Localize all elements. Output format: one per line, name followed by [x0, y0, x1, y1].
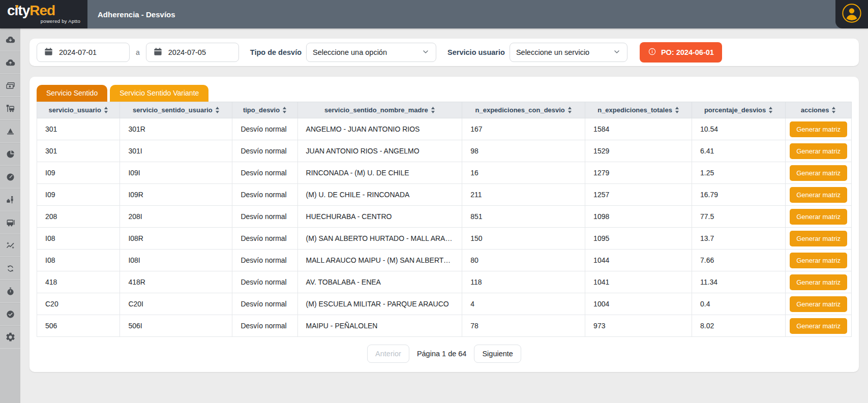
column-header-n_expediciones_totales[interactable]: n_expediciones_totales [585, 102, 692, 118]
chevron-down-icon [613, 48, 621, 57]
cell-tipo_desvio: Desvío normal [232, 293, 297, 315]
generar-matriz-button[interactable]: Generar matriz [790, 274, 847, 290]
tipo-desvio-select[interactable]: Seleccione una opción [306, 43, 436, 62]
date-to-input[interactable]: 2024-07-05 [146, 43, 239, 62]
sidebar-item-cone[interactable] [0, 120, 20, 143]
column-header-tipo_desvio[interactable]: tipo_desvio [232, 102, 297, 118]
date-from-input[interactable]: 2024-07-01 [37, 43, 130, 62]
tipo-desvio-selected-value: Seleccione una opción [313, 48, 387, 56]
cell-n_expediciones_totales: 1257 [585, 184, 692, 206]
column-header-porcentaje_desvios[interactable]: porcentaje_desvios [692, 102, 785, 118]
cell-servicio_sentido_usuario: I09I [120, 162, 232, 184]
column-label: servicio_usuario [49, 106, 101, 114]
cell-n_expediciones_totales: 1044 [585, 250, 692, 271]
logo-text: cityRed [7, 4, 80, 18]
cell-tipo_desvio: Desvío normal [232, 228, 297, 250]
cell-servicio_usuario: 506 [37, 315, 120, 337]
cell-servicio_sentido_usuario: I09R [120, 184, 232, 206]
sidebar-item-sparkline[interactable] [0, 234, 20, 257]
tab-servicio-sentido[interactable]: Servicio Sentido [37, 85, 107, 102]
cell-n_expediciones_totales: 1529 [585, 140, 692, 162]
cell-n_expediciones_con_desvio: 16 [462, 162, 585, 184]
date-from-value: 2024-07-01 [59, 48, 97, 56]
sidebar-item-gear[interactable] [0, 326, 20, 349]
sidebar-item-speedometer[interactable] [0, 166, 20, 189]
column-label: acciones [801, 106, 829, 114]
cell-n_expediciones_con_desvio: 150 [462, 228, 585, 250]
cell-porcentaje_desvios: 1.25 [692, 162, 785, 184]
cell-acciones: Generar matriz [786, 315, 852, 337]
sidebar-item-check-circle[interactable] [0, 303, 20, 326]
sidebar-item-sync[interactable] [0, 257, 20, 280]
cell-acciones: Generar matriz [786, 162, 852, 184]
cell-porcentaje_desvios: 16.79 [692, 184, 785, 206]
table-row: 301301IDesvío normalJUAN ANTONIO RIOS - … [37, 140, 852, 162]
cell-servicio_usuario: 301 [37, 118, 120, 140]
cell-acciones: Generar matriz [786, 250, 852, 271]
cell-n_expediciones_con_desvio: 211 [462, 184, 585, 206]
po-date-badge: PO: 2024-06-01 [640, 42, 722, 63]
cell-servicio_sentido_usuario: 208I [120, 206, 232, 228]
servicio-usuario-select[interactable]: Seleccione un servicio [510, 43, 627, 62]
sidebar-item-pie-chart[interactable] [0, 143, 20, 166]
generar-matriz-button[interactable]: Generar matriz [790, 231, 847, 246]
column-label: porcentaje_desvios [704, 106, 766, 114]
generar-matriz-button[interactable]: Generar matriz [790, 253, 847, 268]
tab-servicio-sentido-variante[interactable]: Servicio Sentido Variante [110, 85, 208, 102]
sidebar-item-money[interactable] [0, 74, 20, 97]
cell-servicio_usuario: C20 [37, 293, 120, 315]
cell-servicio_usuario: I08 [37, 228, 120, 250]
pie-chart-icon [5, 149, 16, 160]
po-badge-text: PO: 2024-06-01 [661, 48, 714, 56]
column-header-acciones[interactable]: acciones [786, 102, 852, 118]
cell-servicio_sentido_nombre_madre: (M) ESCUELA MILITAR - PARQUE ARAUCO [297, 293, 462, 315]
cell-porcentaje_desvios: 6.41 [692, 140, 785, 162]
previous-page-button[interactable]: Anterior [367, 345, 409, 363]
sidebar-item-stopwatch[interactable] [0, 280, 20, 303]
table-row: 301301RDesvío normalANGELMO - JUAN ANTON… [37, 118, 852, 140]
sidebar-item-bus[interactable] [0, 211, 20, 234]
cell-servicio_sentido_usuario: I08R [120, 228, 232, 250]
column-label: tipo_desvio [243, 106, 280, 114]
cell-porcentaje_desvios: 7.66 [692, 250, 785, 271]
cloud-upload-icon [5, 57, 16, 68]
servicio-usuario-label: Servicio usuario [447, 48, 505, 56]
column-header-servicio_usuario[interactable]: servicio_usuario [37, 102, 120, 118]
sparkline-icon [5, 240, 16, 251]
cell-porcentaje_desvios: 77.5 [692, 206, 785, 228]
cell-servicio_sentido_nombre_madre: AV. TOBALABA - ENEA [297, 271, 462, 293]
column-header-servicio_sentido_usuario[interactable]: servicio_sentido_usuario [120, 102, 232, 118]
results-card: Servicio SentidoServicio Sentido Variant… [29, 77, 859, 372]
generar-matriz-button[interactable]: Generar matriz [790, 318, 847, 334]
generar-matriz-button[interactable]: Generar matriz [790, 165, 847, 181]
generar-matriz-button[interactable]: Generar matriz [790, 143, 847, 159]
sidebar-item-cloud-download[interactable] [0, 28, 20, 51]
sort-icon [215, 107, 220, 113]
generar-matriz-button[interactable]: Generar matriz [790, 187, 847, 203]
cell-servicio_sentido_usuario: C20I [120, 293, 232, 315]
next-page-button[interactable]: Siguiente [474, 345, 521, 363]
generar-matriz-button[interactable]: Generar matriz [790, 121, 847, 137]
cell-servicio_usuario: I08 [37, 250, 120, 271]
generar-matriz-button[interactable]: Generar matriz [790, 296, 847, 312]
table-row: C20C20IDesvío normal(M) ESCUELA MILITAR … [37, 293, 852, 315]
user-menu-button[interactable] [835, 0, 868, 28]
column-header-servicio_sentido_nombre_madre[interactable]: servicio_sentido_nombre_madre [297, 102, 462, 118]
check-circle-icon [5, 309, 16, 320]
sidebar-item-bus-stop[interactable] [0, 97, 20, 120]
sidebar-item-worker[interactable] [0, 189, 20, 211]
app-logo: cityRed powered by Aptto [0, 0, 87, 28]
table-row: I09I09IDesvío normalRINCONADA - (M) U. D… [37, 162, 852, 184]
cell-porcentaje_desvios: 11.34 [692, 271, 785, 293]
cell-servicio_sentido_usuario: 418R [120, 271, 232, 293]
generar-matriz-button[interactable]: Generar matriz [790, 209, 847, 225]
sidebar [0, 28, 20, 403]
column-header-n_expediciones_con_desvio[interactable]: n_expediciones_con_desvio [462, 102, 585, 118]
sidebar-item-cloud-upload[interactable] [0, 51, 20, 74]
cell-servicio_usuario: 208 [37, 206, 120, 228]
cell-n_expediciones_totales: 1098 [585, 206, 692, 228]
cell-servicio_sentido_nombre_madre: HUECHURABA - CENTRO [297, 206, 462, 228]
cell-servicio_sentido_nombre_madre: MALL ARAUCO MAIPU - (M) SAN ALBERTO H [297, 250, 462, 271]
cell-n_expediciones_totales: 1041 [585, 271, 692, 293]
cell-porcentaje_desvios: 0.4 [692, 293, 785, 315]
